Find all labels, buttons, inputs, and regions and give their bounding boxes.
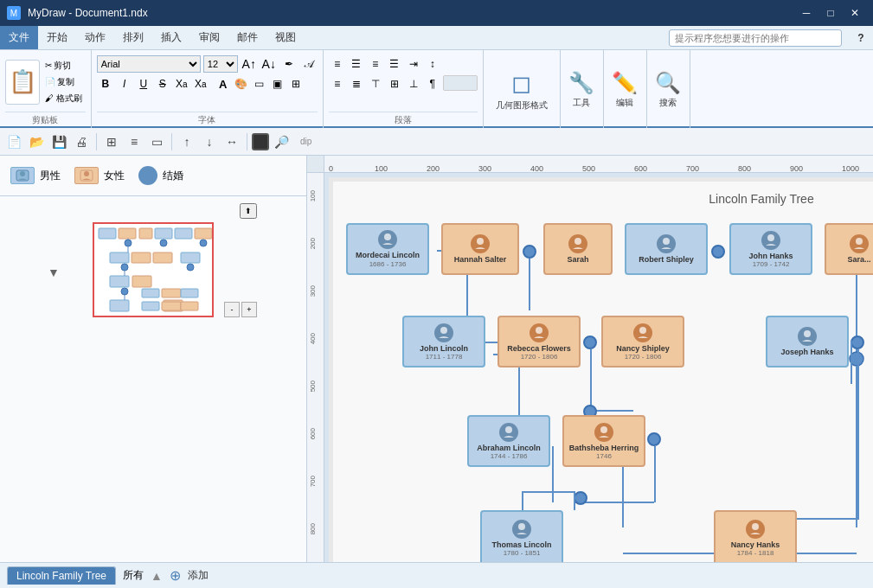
tab-add-label[interactable]: 添加 [188, 568, 209, 583]
subscript-button[interactable]: Xa [173, 75, 190, 93]
valign-top[interactable]: ⊤ [367, 75, 384, 93]
sort-desc-button[interactable]: ↓ [199, 131, 220, 152]
minimap-scroll-btn[interactable]: ⬆ [240, 203, 257, 219]
minimize-button[interactable]: ─ [795, 4, 818, 22]
menu-item-view[interactable]: 视图 [266, 26, 305, 49]
save-file-button[interactable]: 💾 [48, 131, 69, 152]
person-sarah[interactable]: Sarah [543, 223, 613, 275]
person-abraham[interactable]: Abraham Lincoln 1744 - 1786 [467, 415, 550, 467]
menu-item-insert[interactable]: 插入 [152, 26, 190, 49]
print-button[interactable]: 🖨 [71, 131, 92, 152]
legend-female: 女性 [74, 167, 125, 184]
person-john-hanks[interactable]: John Hanks 1709 - 1742 [729, 223, 812, 275]
svg-rect-8 [175, 228, 192, 239]
menu-item-arrange[interactable]: 排列 [114, 26, 152, 49]
shadow-button[interactable]: ▣ [269, 75, 286, 93]
add-tab-icon[interactable]: ⊕ [170, 567, 181, 584]
conn-v6 [857, 349, 859, 518]
copy-button[interactable]: 📄 复制 [42, 74, 86, 90]
font-size-select[interactable]: 12 [203, 55, 238, 73]
person-thomas[interactable]: Thomas Lincoln 1780 - 1851 [480, 510, 563, 562]
minimap-zoom-out[interactable]: - [224, 302, 240, 317]
nancy-hanks-avatar [746, 520, 765, 539]
menu-item-home[interactable]: 开始 [38, 26, 76, 49]
geometry-format-button[interactable]: ◻ 几何图形格式 [496, 69, 548, 112]
format-copy-button[interactable]: 𝒜 [300, 55, 318, 73]
format-painter-button[interactable]: 🖌 格式刷 [42, 91, 86, 106]
align-center-button[interactable]: ☰ [348, 55, 365, 73]
underline-button[interactable]: U [135, 75, 152, 93]
edit-button[interactable]: ✏️ 编辑 [612, 71, 638, 109]
italic-button[interactable]: I [116, 75, 133, 93]
paste-button[interactable]: 📋 [5, 60, 40, 105]
sort-asc-button[interactable]: ↑ [177, 131, 197, 152]
search-area [669, 26, 842, 49]
tools-button[interactable]: 🔧 工具 [568, 71, 594, 109]
joseph-hanks-avatar [798, 327, 817, 346]
valign-mid[interactable]: ⊞ [386, 75, 403, 93]
grid-view-button[interactable]: ⊞ [101, 131, 122, 152]
title-bar: M MyDraw - Document1.ndx ─ □ ✕ [0, 0, 873, 26]
ruler-top: 0 100 200 300 400 500 600 700 800 900 10… [307, 156, 873, 173]
maximize-button[interactable]: □ [819, 4, 842, 22]
help-button[interactable]: ? [849, 26, 873, 49]
person-john-lincoln[interactable]: John Lincoln 1711 - 1778 [402, 316, 485, 368]
person-joseph-hanks[interactable]: Joseph Hanks [766, 316, 849, 368]
person-hannah[interactable]: Hannah Salter [441, 223, 519, 275]
menu-item-review[interactable]: 审阅 [190, 26, 228, 49]
menu-item-file[interactable]: 文件 [0, 26, 38, 49]
ruler-corner [307, 156, 324, 173]
search-group-button[interactable]: 🔍 搜索 [655, 71, 681, 109]
font-grow-button[interactable]: A↑ [241, 55, 258, 73]
search-input[interactable] [669, 29, 842, 47]
indent-button[interactable]: ⇥ [405, 55, 422, 73]
svg-point-3 [84, 171, 89, 176]
tab-lincoln-family-tree[interactable]: Lincoln Family Tree [7, 566, 116, 585]
align-left-button[interactable]: ≡ [329, 55, 346, 73]
menu-item-action[interactable]: 动作 [76, 26, 114, 49]
shape-button[interactable]: ▭ [146, 131, 167, 152]
paragraph-mark[interactable]: ¶ [424, 75, 441, 93]
numbered-button[interactable]: ≣ [348, 75, 365, 93]
superscript-button[interactable]: Xa [192, 75, 209, 93]
bullets-button[interactable]: ≡ [329, 75, 346, 93]
list-view-button[interactable]: ≡ [124, 131, 144, 152]
justify-button[interactable]: ☰ [386, 55, 403, 73]
spacing-button[interactable]: ↕ [424, 55, 441, 73]
cut-button[interactable]: ✂ 剪切 [42, 58, 86, 74]
bold-button[interactable]: B [97, 75, 114, 93]
find-button[interactable]: 🔎 [271, 131, 292, 152]
svg-point-21 [121, 288, 128, 295]
valign-bot[interactable]: ⊥ [405, 75, 422, 93]
marriage-row3 [574, 491, 587, 505]
fill-color-button[interactable]: 🎨 [233, 75, 250, 93]
person-bathsheba[interactable]: Bathsheba Herring 1746 [562, 415, 645, 467]
clear-format-button[interactable]: ✒ [280, 55, 298, 73]
strikethrough-button[interactable]: S [154, 75, 171, 93]
person-rebecca[interactable]: Rebecca Flowers 1720 - 1806 [497, 316, 581, 368]
font-family-select[interactable]: Arial [97, 55, 201, 73]
person-nancy-hanks[interactable]: Nancy Hanks 1784 - 1818 [714, 510, 797, 562]
new-file-button[interactable]: 📄 [3, 131, 24, 152]
font-color-a[interactable]: A [215, 75, 232, 93]
more-button[interactable]: ⊞ [287, 75, 305, 93]
minimap-zoom-in[interactable]: + [241, 302, 257, 317]
font-shrink-button[interactable]: A↓ [260, 55, 278, 73]
align-right-button[interactable]: ≡ [367, 55, 384, 73]
canvas-scroll[interactable]: Lincoln Family Tree [324, 173, 873, 562]
frame-button[interactable] [252, 133, 269, 150]
ribbon-geometry-group: ◻ 几何图形格式 [484, 50, 561, 128]
person-mordecai[interactable]: Mordecai Lincoln 1686 - 1736 [346, 223, 429, 275]
menu-item-mail[interactable]: 邮件 [228, 26, 266, 49]
autofit-button[interactable]: ↔ [221, 131, 242, 152]
robert-avatar [657, 234, 676, 253]
outline-button[interactable]: ▭ [251, 75, 268, 93]
minimap-left-arrow[interactable]: ▼ [48, 265, 60, 279]
person-nancy-shipley[interactable]: Nancy Shipley 1720 - 1806 [601, 316, 684, 368]
marriage-mordecai-hannah [523, 245, 536, 259]
open-file-button[interactable]: 📂 [26, 131, 47, 152]
person-robert[interactable]: Robert Shipley [625, 223, 708, 275]
bathsheba-name: Bathsheba Herring [569, 444, 639, 452]
close-button[interactable]: ✕ [844, 4, 866, 22]
person-sara2[interactable]: Sara... [825, 223, 873, 275]
